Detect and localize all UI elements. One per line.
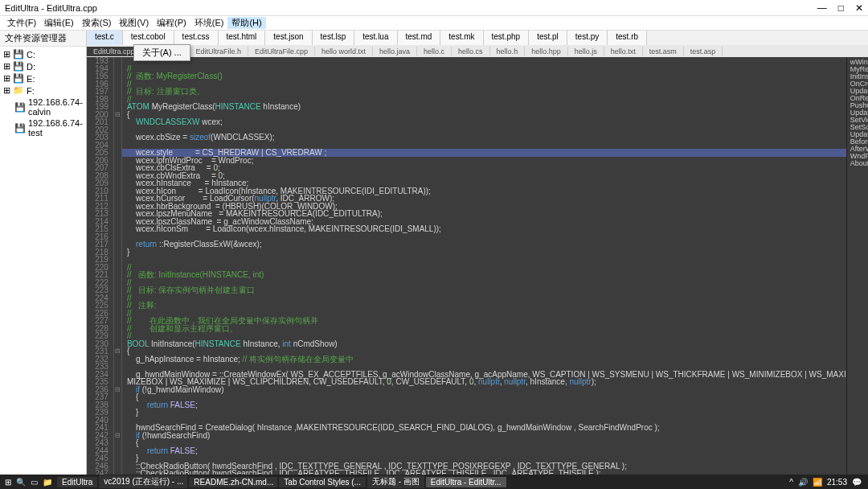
menubar: 文件(F) 编辑(E) 搜索(S) 视图(V) 编程(P) 环境(E) 帮助(H… — [0, 16, 868, 31]
clock[interactable]: 21:53 — [827, 478, 847, 487]
tray-icon[interactable]: 🔊 — [798, 478, 808, 487]
tree-item[interactable]: ⊞ 💾C: — [3, 48, 83, 60]
task-view-icon[interactable]: ▭ — [31, 478, 38, 487]
file-tab[interactable]: test.lua — [354, 31, 397, 45]
file-explorer: 文件资源管理器 ⊞ 💾C: ⊞ 💾D: ⊞ 💾E: ⊞ 📁F: 💾192.168… — [0, 31, 87, 475]
file-tab[interactable]: test.rb — [608, 31, 647, 45]
notif-icon[interactable]: 💬 — [852, 478, 862, 487]
menu-about[interactable]: 关于(A) ... — [133, 44, 190, 61]
main-area: 文件资源管理器 ⊞ 💾C: ⊞ 💾D: ⊞ 💾E: ⊞ 📁F: 💾192.168… — [0, 31, 868, 475]
sub-tab[interactable]: hello.cs — [452, 47, 490, 56]
file-tab[interactable]: test.php — [484, 31, 530, 45]
system-tray[interactable]: ^ 🔊 📶 21:53 💬 — [789, 478, 866, 487]
tray-icon[interactable]: 📶 — [813, 478, 822, 487]
explorer-icon[interactable]: 📁 — [43, 478, 52, 487]
menu-program[interactable]: 编程(P) — [153, 17, 190, 29]
maximize-button[interactable]: □ — [838, 2, 844, 14]
file-tab[interactable]: test.py — [567, 31, 608, 45]
symbol-item[interactable]: About — [850, 160, 868, 167]
file-tab[interactable]: test.json — [265, 31, 312, 45]
line-gutter: 1931941951961971981992002012022032042052… — [87, 57, 114, 475]
minimize-button[interactable]: — — [817, 2, 827, 14]
task-item[interactable]: vc2019 (正在运行) - ... — [99, 475, 187, 488]
file-tab[interactable]: test.c — [87, 31, 123, 45]
file-tab[interactable]: test.mk — [440, 31, 483, 45]
symbol-panel[interactable]: wWinMainMyRegisterClassInitInstanceOnCre… — [846, 57, 868, 475]
menu-edit[interactable]: 编辑(E) — [40, 17, 78, 29]
tree-item[interactable]: ⊞ 📁F: — [3, 84, 83, 97]
menu-env[interactable]: 环境(E) — [190, 17, 228, 29]
sub-tab[interactable]: EditUltraFile.cpp — [248, 47, 315, 56]
menu-help[interactable]: 帮助(H) — [227, 17, 265, 29]
tree-item[interactable]: ⊞ 💾D: — [3, 60, 83, 72]
task-item[interactable]: Tab Control Styles (... — [279, 477, 366, 487]
code-content[interactable]: //// 函数: MyRegisterClass()//// 目标: 注册窗口类… — [122, 57, 846, 475]
file-tab[interactable]: test.md — [398, 31, 441, 45]
file-tree: ⊞ 💾C: ⊞ 💾D: ⊞ 💾E: ⊞ 📁F: 💾192.168.6.74-ca… — [0, 47, 86, 140]
file-tabs: test.ctest.coboltest.csstest.htmltest.js… — [87, 31, 868, 45]
taskbar: ⊞ 🔍 ▭ 📁 EditUltra vc2019 (正在运行) - ... RE… — [0, 475, 868, 489]
sub-tab[interactable]: hello world.txt — [315, 47, 373, 56]
code-editor[interactable]: 1931941951961971981992002012022032042052… — [87, 57, 868, 475]
start-area[interactable]: ⊞ 🔍 ▭ 📁 — [2, 478, 55, 487]
sub-tab[interactable]: EditUltraFile.h — [189, 47, 248, 56]
start-icon[interactable]: ⊞ — [5, 478, 11, 487]
sidebar-title: 文件资源管理器 — [0, 31, 86, 47]
task-item[interactable]: 无标题 - 画图 — [367, 475, 424, 488]
task-item[interactable]: README.zh-CN.md... — [189, 477, 277, 487]
file-tab[interactable]: test.cobol — [123, 31, 174, 45]
sub-tab[interactable]: hello.hpp — [525, 47, 568, 56]
tray-icon[interactable]: ^ — [789, 478, 793, 487]
file-tab[interactable]: test.lsp — [313, 31, 355, 45]
sub-tab[interactable]: hello.java — [373, 47, 417, 56]
file-tab[interactable]: test.css — [174, 31, 219, 45]
fold-column[interactable]: ⊟⊟⊟⊟ — [114, 57, 122, 475]
task-item[interactable]: EditUltra — [57, 477, 97, 487]
task-item[interactable]: EditUltra - EditUltr... — [426, 477, 506, 487]
file-tab[interactable]: test.pl — [529, 31, 567, 45]
search-icon[interactable]: 🔍 — [16, 478, 26, 487]
menu-search[interactable]: 搜索(S) — [78, 17, 116, 29]
sub-tab[interactable]: hello.h — [490, 47, 526, 56]
tree-item[interactable]: 💾192.168.6.74-calvin — [3, 97, 83, 117]
sub-tab[interactable]: test.asm — [643, 47, 684, 56]
close-button[interactable]: ✕ — [855, 2, 863, 14]
sub-tab[interactable]: test.asp — [684, 47, 723, 56]
menu-view[interactable]: 视图(V) — [115, 17, 153, 29]
window-title: EditUltra - EditUltra.cpp — [5, 3, 817, 13]
tree-item[interactable]: ⊞ 💾E: — [3, 72, 83, 84]
menu-file[interactable]: 文件(F) — [3, 17, 40, 29]
sub-tab[interactable]: hello.c — [417, 47, 452, 56]
sub-tabs: EditUltra.cppEditUltra.hEditUltraFile.hE… — [87, 45, 868, 57]
editor-area: test.ctest.coboltest.csstest.htmltest.js… — [87, 31, 868, 475]
file-tab[interactable]: test.html — [219, 31, 266, 45]
sub-tab[interactable]: hello.txt — [604, 47, 643, 56]
titlebar: EditUltra - EditUltra.cpp — □ ✕ — [0, 0, 868, 16]
sub-tab[interactable]: hello.js — [568, 47, 604, 56]
tree-item[interactable]: 💾192.168.6.74-test — [3, 117, 83, 138]
